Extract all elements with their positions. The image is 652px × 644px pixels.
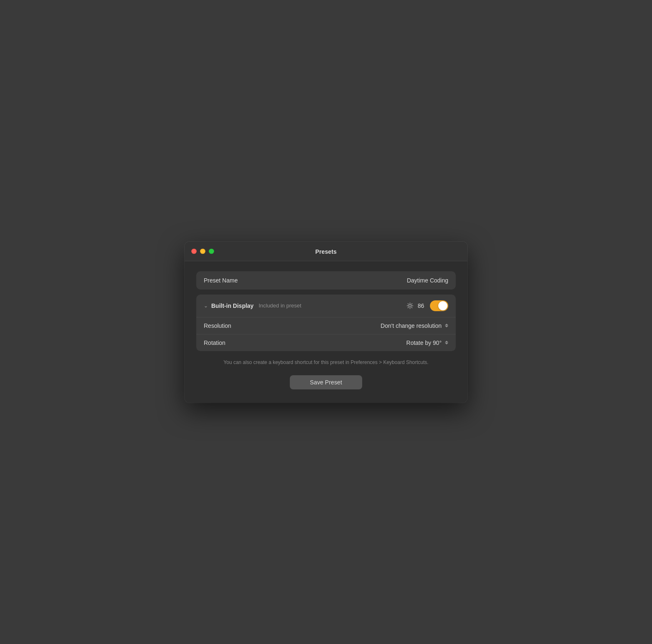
rotation-value-group: Rotate by 90°: [406, 339, 448, 346]
resolution-stepper[interactable]: [445, 324, 448, 327]
toggle-knob: [438, 301, 447, 310]
rotation-stepper[interactable]: [445, 341, 448, 344]
svg-line-5: [408, 303, 408, 304]
resolution-row: Resolution Don't change resolution: [196, 317, 456, 334]
main-content: Preset Name Daytime Coding ⌄ Built-in Di…: [185, 261, 467, 403]
display-header-left: ⌄ Built-in Display Included in preset: [204, 302, 301, 309]
resolution-value-group: Don't change resolution: [380, 322, 448, 329]
stepper-down-icon: [445, 326, 448, 327]
minimize-button[interactable]: [200, 248, 205, 254]
preset-name-label: Preset Name: [204, 277, 238, 284]
included-in-preset-badge: Included in preset: [259, 302, 301, 309]
presets-window: Presets Preset Name Daytime Coding ⌄ Bui…: [185, 242, 467, 403]
svg-line-8: [408, 307, 408, 307]
display-header: ⌄ Built-in Display Included in preset: [196, 295, 456, 317]
rotation-value: Rotate by 90°: [406, 339, 442, 346]
save-preset-button[interactable]: Save Preset: [290, 375, 362, 389]
svg-point-0: [409, 305, 411, 307]
stepper-up-icon: [445, 341, 448, 342]
rotation-row: Rotation Rotate by 90°: [196, 334, 456, 351]
brightness-toggle[interactable]: [430, 300, 448, 311]
preset-name-card: Preset Name Daytime Coding: [196, 271, 456, 290]
titlebar: Presets: [185, 242, 467, 261]
chevron-down-icon[interactable]: ⌄: [204, 303, 208, 309]
maximize-button[interactable]: [209, 248, 214, 254]
rotation-label: Rotation: [204, 339, 225, 346]
display-controls: 86: [407, 300, 448, 311]
close-button[interactable]: [191, 248, 197, 254]
brightness-value: 86: [417, 302, 424, 309]
svg-line-6: [412, 307, 412, 307]
keyboard-shortcut-hint: You can also create a keyboard shortcut …: [196, 356, 456, 369]
preset-name-value: Daytime Coding: [407, 277, 448, 284]
window-title: Presets: [315, 248, 336, 255]
stepper-up-icon: [445, 324, 448, 325]
display-name: Built-in Display: [211, 302, 254, 309]
stepper-down-icon: [445, 343, 448, 344]
resolution-label: Resolution: [204, 322, 231, 329]
preset-name-row: Preset Name Daytime Coding: [196, 271, 456, 290]
brightness-icon: [407, 302, 413, 309]
svg-line-7: [412, 303, 412, 304]
display-card: ⌄ Built-in Display Included in preset: [196, 295, 456, 351]
resolution-value: Don't change resolution: [380, 322, 442, 329]
traffic-lights: [191, 248, 214, 254]
